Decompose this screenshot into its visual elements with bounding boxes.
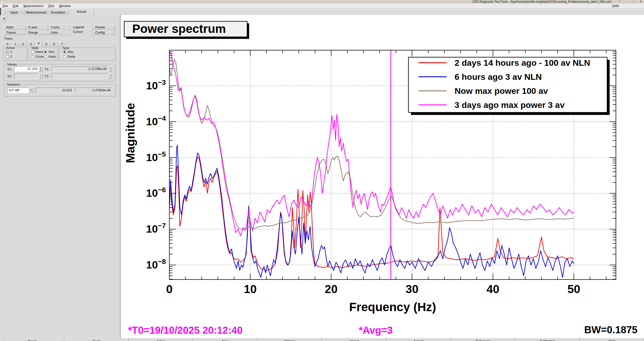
panel-tab-legend[interactable]: Legend	[70, 25, 93, 30]
shade-window-icon[interactable]: ^	[617, 0, 622, 4]
type-radio-abs[interactable]: Abs.	[63, 50, 74, 54]
statistics-value-2: -1.47883e-06	[75, 88, 112, 93]
menu-item-window[interactable]: Window	[56, 4, 73, 8]
bottom-button-zoom[interactable]: Zoom	[64, 338, 129, 341]
app-icon	[1, 1, 4, 4]
minimize-window-icon[interactable]: −	[624, 0, 629, 4]
trace-tab-4[interactable]: 4	[35, 41, 42, 46]
menu-item-help[interactable]: Help	[610, 4, 621, 8]
x2-label: X2:	[7, 74, 12, 78]
tab-scroll-left-icon[interactable]: ◀	[2, 17, 6, 21]
bottom-button-print[interactable]: Print	[580, 338, 644, 341]
y2-value	[51, 73, 108, 79]
result-control-panel: ◀ StyleX-axisY-axisLegendParamTracesRang…	[0, 15, 120, 338]
style-radio-vert[interactable]: Vert.	[44, 50, 55, 54]
y1-spin-up-icon: ▲	[108, 66, 112, 69]
avg-annotation: *Avg=3	[359, 325, 393, 336]
menu-items: FileEditMeasurementPlotWindow	[0, 4, 73, 8]
checkbox-icon[interactable]	[6, 55, 9, 58]
tab-result[interactable]: Result	[69, 8, 94, 15]
statistics-mode-select[interactable]: X/Y diff ▼	[7, 88, 33, 93]
panel-tab-style[interactable]: Style	[4, 25, 26, 30]
panel-tab-config[interactable]: Config	[93, 30, 115, 35]
bottom-button-new[interactable]: New	[193, 338, 257, 341]
tab-input[interactable]: Input	[3, 10, 25, 15]
trace-tab-3[interactable]: 3	[27, 42, 35, 46]
style-radio-none[interactable]: None	[31, 50, 43, 54]
x1-spin-up-icon[interactable]: ▲	[39, 66, 42, 69]
menu-item-plot[interactable]: Plot	[46, 4, 56, 8]
y2-stepper: ▲▼	[51, 73, 112, 79]
trace-tab-2[interactable]: 2	[19, 42, 27, 46]
bottom-button-options[interactable]: Options	[258, 338, 322, 341]
panel-tab-param[interactable]: Param	[93, 25, 115, 30]
trace-tab-5[interactable]: 5	[42, 42, 50, 46]
menu-item-measurement[interactable]: Measurement	[21, 4, 46, 8]
menu-item-edit[interactable]: Edit	[10, 4, 21, 8]
svg-text:30: 30	[406, 283, 418, 296]
radio-icon[interactable]	[31, 55, 34, 58]
x-axis-label: Frequency (Hz)	[349, 300, 436, 314]
panel-tab-y-axis[interactable]: Y-axis	[48, 25, 70, 30]
checkbox-icon[interactable]: ✓	[6, 50, 9, 53]
trace-tab-1[interactable]: 1	[11, 42, 19, 46]
menu-item-file[interactable]: File	[0, 4, 10, 8]
tab-excitation[interactable]: Excitation	[47, 10, 69, 15]
y2-spin-down-icon: ▼	[108, 76, 112, 79]
window-controls: ^−□✕	[617, 0, 643, 4]
style-radio-horiz[interactable]: Horiz.	[44, 55, 57, 58]
style-radio-cross[interactable]: Cross	[31, 55, 44, 58]
active-checkbox-2[interactable]: 2	[6, 55, 12, 58]
title-bar: CDS Diagnostic Test Tools - /ligo/home/j…	[0, 0, 644, 4]
radio-icon[interactable]	[63, 55, 66, 58]
x1-value[interactable]: 27.375	[14, 66, 39, 72]
trace-tab-6[interactable]: 6	[50, 42, 58, 46]
combo-arrow-icon[interactable]: ▼	[29, 88, 33, 93]
trace-tab-7[interactable]: 7	[58, 42, 66, 46]
x1-stepper[interactable]: 27.375 ▲▼	[14, 66, 42, 72]
x2-stepper[interactable]: ▲▼	[14, 73, 42, 79]
legend-label-3-days-ago-max-power-3-av: 3 days ago max power 3 av	[455, 100, 565, 110]
radio-icon[interactable]	[31, 50, 34, 53]
close-window-icon[interactable]: ✕	[638, 0, 643, 4]
y1-stepper: 1.71799e-06 ▲▼	[51, 66, 112, 72]
svg-text:50: 50	[567, 283, 580, 296]
y1-value: 1.71799e-06	[51, 66, 108, 72]
active-group: Active ✓12	[3, 48, 27, 61]
statistics-mode-value[interactable]: X/Y diff	[7, 88, 29, 93]
bottom-button-active[interactable]: Active	[129, 338, 193, 341]
bottom-button-reference[interactable]: Reference	[451, 338, 515, 341]
panel-tab-units[interactable]: Units	[48, 30, 70, 35]
svg-text:0: 0	[166, 283, 173, 296]
bw-annotation: BW=0.1875	[584, 324, 637, 335]
y2-label: Y2:	[44, 74, 49, 78]
type-group: Type Abs.Delta	[59, 48, 115, 61]
legend-label-now-max-power-100-av: Now max power 100 av	[455, 86, 548, 96]
tab-measurement[interactable]: Measurement	[25, 10, 47, 15]
bottom-button-calibration[interactable]: Calibration	[515, 338, 580, 341]
type-radio-delta[interactable]: Delta	[63, 55, 75, 58]
radio-icon[interactable]	[44, 55, 47, 58]
values-group-title: Values	[6, 62, 18, 66]
panel-tab-x-axis[interactable]: X-axis	[26, 25, 48, 30]
svg-text:40: 40	[486, 283, 499, 296]
bottom-button-import[interactable]: Import	[322, 338, 386, 341]
x2-value[interactable]	[14, 73, 39, 79]
bottom-button-reset[interactable]: Reset	[0, 338, 64, 341]
x2-spin-down-icon: ▼	[39, 76, 42, 79]
radio-icon[interactable]	[63, 50, 66, 53]
statistics-group: Statistics X/Y diff ▼ 22.625 -1.47883e-0…	[4, 84, 115, 96]
plot-canvas[interactable]: 0102030405010−310−410−510−610−710−8Magni…	[121, 15, 644, 338]
active-checkbox-1[interactable]: ✓1	[6, 50, 12, 54]
style-group-title: Style	[30, 46, 39, 50]
panel-tab-range[interactable]: Range	[26, 30, 48, 35]
panel-tab-traces[interactable]: Traces	[4, 30, 26, 35]
panel-tab-cursor[interactable]: Cursor	[70, 29, 93, 35]
maximize-window-icon[interactable]: □	[631, 0, 636, 4]
x1-spin-down-icon[interactable]: ▼	[39, 69, 42, 72]
trace-tab-0[interactable]: 0	[4, 42, 11, 46]
spectrum-plot: 0102030405010−310−410−510−610−710−8Magni…	[121, 15, 644, 338]
legend-label-6-hours-ago-3-av-nln: 6 hours ago 3 av NLN	[455, 72, 542, 82]
radio-icon[interactable]	[44, 50, 47, 53]
bottom-button-export[interactable]: Export	[387, 338, 451, 341]
